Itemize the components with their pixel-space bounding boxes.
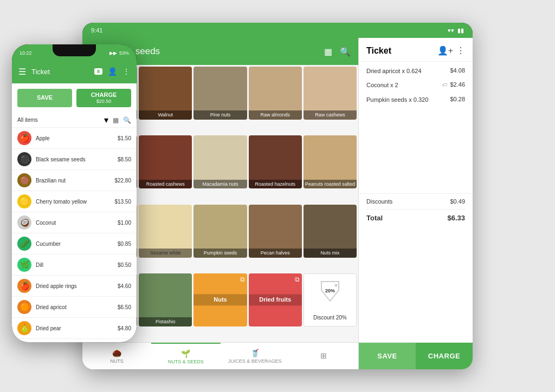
total-label: Total	[366, 214, 383, 222]
nav-item-juices[interactable]: 🥤 JUICES & BEVERAGES	[221, 343, 289, 369]
ticket-items: Dried apricot x 0.624 $4.08 Coconut x 2 …	[359, 62, 473, 189]
add-person-icon[interactable]: 👤+	[437, 45, 453, 56]
list-item-cucumber[interactable]: 🥒 Cucumber $0.85	[12, 233, 137, 254]
list-item-dried-apricot[interactable]: 🟠 Dried apricot $6.50	[12, 297, 137, 318]
ticket-divider-1	[359, 193, 473, 194]
apple-icon: 🍎	[17, 131, 31, 145]
cherry-tomato-name: Cherry tomato yellow	[36, 199, 110, 205]
product-pine-nuts[interactable]: Pine nuts	[193, 67, 247, 120]
list-item-cherry-tomato[interactable]: 🟡 Cherry tomato yellow $13.50	[12, 191, 137, 212]
filter-dropdown-icon[interactable]: ▾	[104, 115, 108, 125]
list-item-apple[interactable]: 🍎 Apple $1.50	[12, 128, 137, 149]
product-sesame-white-label: Sesame white	[139, 249, 192, 258]
phone-status-icons: ▶▶ 53%	[109, 50, 129, 56]
product-raw-almonds[interactable]: Raw almonds	[249, 67, 302, 120]
ticket-item-2-price: 🏷 $2.46	[442, 81, 465, 88]
scene: 9:41 ▾▾ ▮▮ ☰ Nuts & seeds ▦ 🔍	[12, 12, 543, 380]
battery-icon: ▮▮	[457, 27, 464, 34]
product-discount-20[interactable]: 20% Discount 20%	[304, 273, 357, 326]
filter-search-icon[interactable]: 🔍	[123, 116, 131, 124]
coconut-price: $1.00	[118, 220, 131, 226]
product-dried-fruits-category[interactable]: ⧉ Dried fruits	[249, 273, 302, 326]
ticket-item-1: Dried apricot x 0.624 $4.08	[366, 67, 465, 75]
barcode-icon[interactable]: ▦	[324, 47, 332, 57]
phone-more-icon[interactable]: ⋮	[122, 67, 130, 76]
phone-save-button[interactable]: SAVE	[17, 89, 72, 107]
discount-tag-icon: 20%	[318, 279, 342, 303]
nav-item-nuts[interactable]: 🌰 NUTS	[82, 343, 151, 369]
cucumber-name: Cucumber	[36, 241, 113, 247]
product-pistashio-label: Pistashio	[139, 317, 192, 326]
product-roasted-cashews-label: Roasted cashews	[139, 180, 192, 189]
phone-actions: SAVE CHARGE $20.50	[12, 83, 137, 113]
product-pine-nuts-label: Pine nuts	[193, 110, 247, 120]
ticket-actions: SAVE CHARGE	[359, 342, 473, 369]
brazilian-nut-icon: 🟤	[17, 173, 31, 187]
search-icon[interactable]: 🔍	[340, 47, 351, 57]
list-item-dill[interactable]: 🌿 Dill $0.50	[12, 254, 137, 276]
ticket-totals: Discounts $0.49 Total $6.33	[359, 198, 473, 226]
dried-pear-icon: 🍐	[17, 321, 31, 335]
filter-barcode-icon[interactable]: ▦	[113, 116, 119, 124]
ticket-item-2: Coconut x 2 🏷 $2.46	[366, 81, 465, 89]
product-raw-cashews[interactable]: Raw cashews	[304, 67, 357, 120]
filter-icons: ▦ 🔍	[113, 116, 131, 124]
product-roasted-cashews[interactable]: Roasted cashews	[139, 135, 192, 188]
list-item-dried-pear[interactable]: 🍐 Dried pear $4.80	[12, 318, 137, 339]
product-roasted-hazelnuts[interactable]: Roasted hazelnuts	[249, 135, 302, 188]
apple-price: $1.50	[118, 135, 131, 141]
coconut-name: Coconut	[36, 220, 113, 226]
list-item-black-sesame[interactable]: ⚫ Black sesame seeds $8.50	[12, 149, 137, 170]
product-nuts-category[interactable]: ⧉ Nuts	[193, 273, 247, 326]
tag-icon: 🏷	[442, 82, 448, 88]
cherry-tomato-icon: 🟡	[17, 194, 31, 208]
dried-apricot-icon: 🟠	[17, 300, 31, 314]
ticket-discounts-row: Discounts $0.49	[366, 198, 465, 205]
list-item-dried-apple[interactable]: 🍎 Dried apple rings $4.60	[12, 276, 137, 297]
list-item-coconut[interactable]: 🥥 Coconut $1.00	[12, 212, 137, 233]
product-pumpkin-seeds-label: Pumpkin seeds	[193, 249, 247, 258]
dried-apple-price: $4.60	[118, 283, 131, 289]
product-pistashio[interactable]: Pistashio	[139, 273, 192, 326]
ticket-save-button[interactable]: SAVE	[359, 343, 416, 369]
product-walnut[interactable]: Walnut	[139, 67, 192, 120]
nav-item-nuts-seeds[interactable]: 🌱 NUTS & SEEDS	[151, 343, 220, 369]
product-macadamia-nuts[interactable]: Macadamia nuts	[193, 135, 247, 188]
wifi-icon: ▾▾	[448, 27, 454, 34]
ticket-total-row: Total $6.33	[366, 214, 465, 222]
product-nuts-mix[interactable]: Nuts mix	[304, 205, 357, 258]
phone-hamburger-icon[interactable]: ☰	[18, 67, 26, 77]
more-options-icon[interactable]: ⋮	[456, 45, 465, 56]
dried-apple-name: Dried apple rings	[36, 283, 113, 289]
phone-person-icon[interactable]: 👤	[108, 67, 117, 76]
product-peanuts-label: Peanuts roasted salted	[304, 180, 357, 189]
ticket-item-1-name: Dried apricot x 0.624	[366, 67, 450, 75]
nav-item-all[interactable]: ⊞	[289, 343, 358, 369]
discounts-value: $0.49	[450, 198, 465, 205]
copy2-icon: ⧉	[295, 276, 300, 283]
black-sesame-icon: ⚫	[17, 152, 31, 166]
product-peanuts-roasted-salted[interactable]: Peanuts roasted salted	[304, 135, 357, 188]
juices-nav-icon: 🥤	[250, 349, 260, 357]
product-pecan-halves[interactable]: Pecan halves	[249, 205, 302, 258]
nav-nuts-seeds-label: NUTS & SEEDS	[168, 359, 204, 364]
list-item-brazilian-nut[interactable]: 🟤 Brazilian nut $22.80	[12, 170, 137, 191]
phone-toolbar-title: Ticket	[31, 68, 89, 76]
dried-apricot-name: Dried apricot	[36, 304, 113, 310]
product-sesame-white[interactable]: Sesame white	[139, 205, 192, 258]
phone-charge-button[interactable]: CHARGE $20.50	[76, 89, 131, 107]
filter-label: All items	[17, 117, 100, 123]
discounts-label: Discounts	[366, 198, 392, 205]
ticket-item-3: Pumpkin seeds x 0.320 $0.28	[366, 96, 465, 103]
tablet: 9:41 ▾▾ ▮▮ ☰ Nuts & seeds ▦ 🔍	[82, 23, 473, 369]
dried-apple-icon: 🍎	[17, 279, 31, 293]
phone-filter-bar: All items ▾ ▦ 🔍	[12, 113, 137, 128]
copy-icon: ⧉	[240, 276, 245, 283]
tablet-ticket-panel: Ticket 👤+ ⋮ Dried apricot x 0.624 $4.08 …	[359, 38, 473, 369]
tablet-time: 9:41	[91, 27, 102, 34]
phone-ticket-badge: 8	[94, 68, 102, 75]
ticket-charge-button[interactable]: CHARGE	[416, 343, 473, 369]
product-raw-almonds-label: Raw almonds	[249, 110, 302, 120]
product-pumpkin-seeds[interactable]: Pumpkin seeds	[193, 205, 247, 258]
phone: 10:22 ▶▶ 53% ☰ Ticket 8 👤 ⋮ SAVE CHARGE …	[12, 44, 137, 342]
